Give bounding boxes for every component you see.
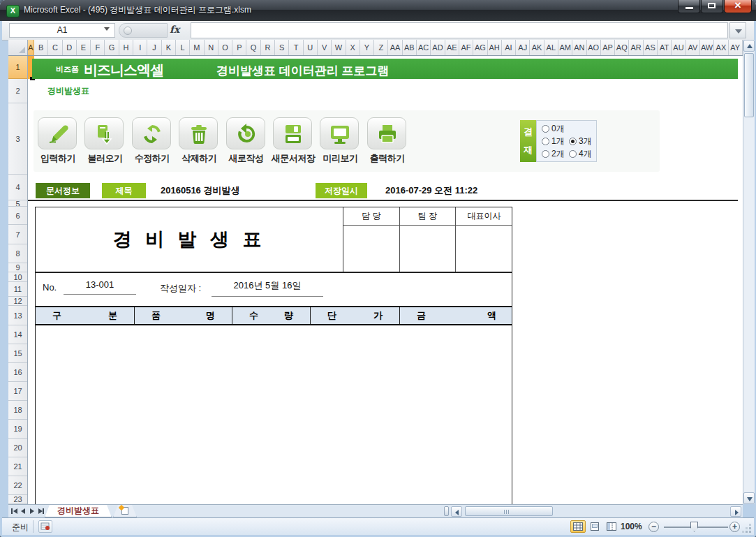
column-header-AU[interactable]: AU	[672, 40, 685, 55]
row-header-4[interactable]: 4	[8, 175, 27, 200]
expense-column-header[interactable]: 품명	[135, 307, 232, 324]
sheet-area[interactable]: 비즈폼 비즈니스엑셀 경비발생표 데이터관리 프로그램 경비발생표 입력하기불러…	[28, 56, 743, 504]
column-header-AC[interactable]: AC	[417, 40, 431, 55]
row-header-8[interactable]: 8	[8, 244, 27, 263]
column-header-E[interactable]: E	[77, 40, 91, 55]
hscroll-left-icon[interactable]	[451, 506, 462, 517]
column-header-AQ[interactable]: AQ	[615, 40, 629, 55]
approver-sign-cell[interactable]	[400, 226, 456, 272]
expense-column-header[interactable]: 단가	[311, 307, 400, 324]
column-header-AW[interactable]: AW	[700, 40, 714, 55]
column-header-AR[interactable]: AR	[629, 40, 643, 55]
approval-count-radio-2개[interactable]: 2개	[542, 148, 565, 160]
toolbar-button-2[interactable]: 불러오기	[82, 117, 128, 166]
sheet-tab-active[interactable]: 경비발생표	[45, 505, 112, 517]
column-header-F[interactable]: F	[91, 40, 105, 55]
insert-function-icon[interactable]: fx	[170, 24, 186, 35]
approval-count-radio-1개[interactable]: 1개	[542, 135, 565, 147]
column-header-U[interactable]: U	[304, 40, 318, 55]
approver-sign-cell[interactable]	[343, 226, 400, 272]
column-header-J[interactable]: J	[147, 40, 161, 55]
column-header-H[interactable]: H	[119, 40, 133, 55]
page-break-view-button[interactable]	[604, 520, 619, 533]
normal-view-button[interactable]	[570, 520, 586, 533]
column-header-AB[interactable]: AB	[403, 40, 417, 55]
column-header-R[interactable]: R	[261, 40, 275, 55]
zoom-in-icon[interactable]: +	[729, 522, 740, 532]
scroll-down-icon[interactable]	[743, 492, 755, 504]
toolbar-button-8[interactable]: 출력하기	[364, 117, 410, 166]
column-header-AS[interactable]: AS	[644, 40, 658, 55]
date-value[interactable]: 2016년 5월 16일	[212, 279, 323, 297]
first-sheet-icon[interactable]	[10, 506, 18, 516]
column-header-AO[interactable]: AO	[587, 40, 601, 55]
column-header-A[interactable]: A	[28, 40, 34, 55]
column-header-P[interactable]: P	[232, 40, 246, 55]
approval-count-radio-3개[interactable]: 3개	[569, 135, 592, 147]
approver-sign-cell[interactable]	[456, 226, 512, 272]
expense-column-header[interactable]: 구분	[36, 307, 135, 324]
column-header-V[interactable]: V	[318, 40, 332, 55]
toolbar-button-6[interactable]: 새문서저장	[270, 117, 316, 166]
row-header-11[interactable]: 11	[8, 282, 27, 297]
horizontal-scroll-thumb[interactable]	[465, 506, 553, 516]
toolbar-button-7[interactable]: 미리보기	[317, 117, 363, 166]
name-box[interactable]: A1	[9, 23, 115, 38]
column-header-M[interactable]: M	[190, 40, 204, 55]
page-layout-view-button[interactable]	[587, 520, 602, 533]
column-header-T[interactable]: T	[289, 40, 303, 55]
name-box-dropdown-icon[interactable]	[104, 27, 110, 31]
column-header-AP[interactable]: AP	[601, 40, 615, 55]
row-header-9[interactable]: 9	[8, 263, 27, 272]
vertical-scroll-thumb[interactable]	[744, 53, 754, 117]
row-header-20[interactable]: 20	[8, 439, 27, 457]
maximize-button[interactable]	[701, 0, 723, 13]
column-header-Y[interactable]: Y	[360, 40, 374, 55]
row-header-12[interactable]: 12	[8, 297, 27, 306]
macro-record-button[interactable]	[38, 520, 52, 533]
column-header-X[interactable]: X	[346, 40, 360, 55]
formula-bar-expand-icon[interactable]	[729, 22, 746, 38]
column-header-AV[interactable]: AV	[686, 40, 700, 55]
insert-worksheet-tab[interactable]	[113, 505, 137, 517]
column-header-Z[interactable]: Z	[374, 40, 388, 55]
expense-column-header[interactable]: 금액	[400, 307, 512, 324]
column-header-K[interactable]: K	[162, 40, 176, 55]
column-header-AJ[interactable]: AJ	[516, 40, 530, 55]
expense-column-header[interactable]: 수량	[232, 307, 311, 324]
toolbar-button-1[interactable]: 입력하기	[35, 117, 81, 166]
toolbar-button-4[interactable]: 삭제하기	[176, 117, 222, 166]
row-header-23[interactable]: 23	[8, 495, 27, 504]
column-header-AT[interactable]: AT	[658, 40, 672, 55]
column-header-W[interactable]: W	[332, 40, 346, 55]
formula-input[interactable]	[191, 22, 728, 38]
approval-count-radio-4개[interactable]: 4개	[569, 148, 592, 160]
column-header-S[interactable]: S	[275, 40, 289, 55]
row-header-14[interactable]: 14	[8, 325, 27, 344]
zoom-out-icon[interactable]: −	[648, 522, 659, 532]
prev-sheet-icon[interactable]	[19, 506, 27, 516]
row-header-21[interactable]: 21	[8, 457, 27, 476]
column-header-AI[interactable]: AI	[502, 40, 516, 55]
hscroll-right-icon[interactable]	[730, 506, 741, 517]
approval-count-radio-0개[interactable]: 0개	[542, 123, 565, 135]
row-header-2[interactable]: 2	[8, 79, 27, 103]
no-value[interactable]: 13-001	[64, 279, 136, 295]
resize-grip[interactable]	[742, 524, 752, 534]
column-header-G[interactable]: G	[105, 40, 119, 55]
column-header-AA[interactable]: AA	[388, 40, 402, 55]
column-header-AX[interactable]: AX	[714, 40, 728, 55]
select-all-corner[interactable]	[8, 40, 28, 55]
row-header-5[interactable]: 5	[8, 200, 27, 207]
column-header-O[interactable]: O	[218, 40, 232, 55]
column-header-L[interactable]: L	[176, 40, 190, 55]
row-header-22[interactable]: 22	[8, 476, 27, 495]
row-header-1[interactable]: 1	[8, 56, 27, 79]
column-header-AY[interactable]: AY	[729, 40, 743, 55]
column-header-AK[interactable]: AK	[530, 40, 544, 55]
minimize-button[interactable]	[678, 0, 700, 13]
column-header-D[interactable]: D	[63, 40, 77, 55]
column-header-AM[interactable]: AM	[558, 40, 572, 55]
column-header-AL[interactable]: AL	[544, 40, 558, 55]
scroll-up-icon[interactable]	[743, 40, 755, 52]
